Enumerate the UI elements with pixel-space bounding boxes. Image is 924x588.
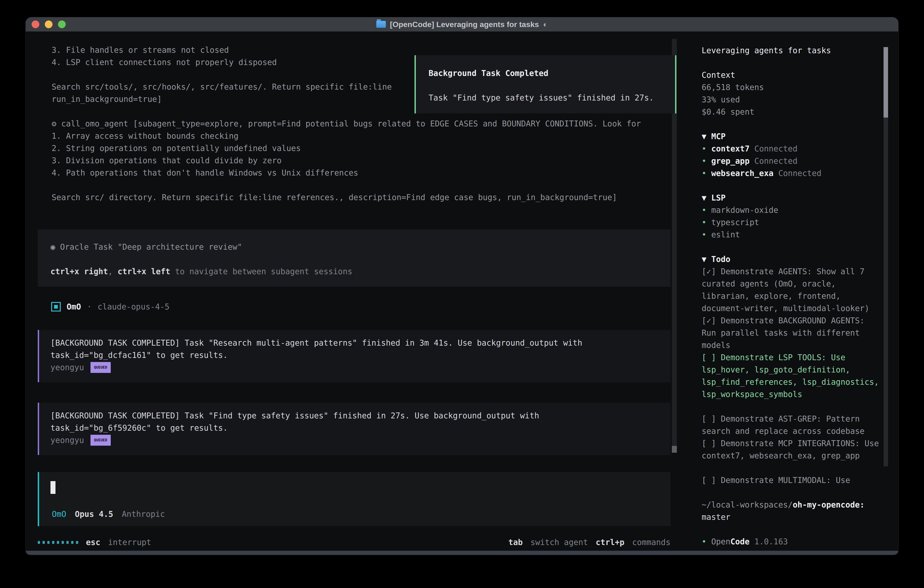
zoom-button[interactable] xyxy=(58,20,66,28)
task-message-line: [BACKGROUND TASK COMPLETED] Task "Resear… xyxy=(51,337,670,349)
task-message: [BACKGROUND TASK COMPLETED] Task "Find t… xyxy=(38,403,670,455)
window-bottom-edge xyxy=(26,551,898,555)
mcp-item-name: context7 xyxy=(711,144,750,153)
task-author: yeongyu xyxy=(51,361,84,373)
titlebar: [OpenCode] Leveraging agents for tasks ◐ xyxy=(26,17,898,31)
app-window: [OpenCode] Leveraging agents for tasks ◐… xyxy=(25,17,899,555)
mcp-item-status: Connected xyxy=(754,144,798,153)
gear-icon: ⚙ xyxy=(52,119,56,128)
todo-item: [✓] Demonstrate BACKGROUND AGENTS: Run p… xyxy=(702,314,882,351)
bullet-icon: • xyxy=(702,230,706,239)
lsp-item: • typescript xyxy=(702,216,882,228)
terminal-content: 3. File handles or streams not closed 4.… xyxy=(26,31,898,551)
agent-model: claude-opus-4-5 xyxy=(97,301,169,313)
tool-call-item: 3. Division operations that could divide… xyxy=(52,154,641,167)
lsp-item-name: markdown-oxide xyxy=(711,206,778,215)
oracle-task-title: ◉ Oracle Task "Deep architecture review" xyxy=(51,241,670,253)
agent-header: OmO · claude-opus-4-5 xyxy=(51,301,169,313)
context-heading: Context xyxy=(702,69,882,81)
close-button[interactable] xyxy=(31,20,40,28)
tool-call-line: ⚙ call_omo_agent [subagent_type=explore,… xyxy=(52,117,641,130)
ctrlp-key-hint: ctrl+p xyxy=(596,536,624,548)
status-badge: QUEUED xyxy=(91,362,111,373)
agent-name: OmO xyxy=(67,301,81,313)
mcp-item: • context7 Connected xyxy=(702,142,882,155)
task-message: [BACKGROUND TASK COMPLETED] Task "Resear… xyxy=(38,330,670,382)
todo-item: [ ] Demonstrate LSP TOOLS: Use lsp_hover… xyxy=(702,351,882,400)
context-spent: $0.46 spent xyxy=(702,106,882,118)
main-scrollbar-thumb[interactable] xyxy=(672,446,677,453)
tool-call-item: 2. String operations on potentially unde… xyxy=(52,142,641,154)
output-line: 3. File handles or streams not closed xyxy=(52,44,641,56)
sidebar-scrollbar-thumb[interactable] xyxy=(884,47,888,117)
context-tokens: 66,518 tokens xyxy=(702,81,882,93)
bullet-icon: • xyxy=(702,537,706,546)
input-provider-name: Anthropic xyxy=(122,508,165,520)
status-right: tab switch agent ctrl+p commands xyxy=(508,536,670,548)
lsp-item: • markdown-oxide xyxy=(702,204,882,216)
notification-title: Background Task Completed xyxy=(429,67,675,79)
mcp-item-name: websearch_exa xyxy=(711,169,774,178)
mcp-item: • websearch_exa Connected xyxy=(702,167,882,179)
sidebar: Leveraging agents for tasks Context 66,5… xyxy=(702,31,882,548)
tool-call-item: 1. Array access without bounds checking xyxy=(52,130,641,142)
tool-call-tail: Search src/ directory. Return specific f… xyxy=(52,191,641,203)
task-message-line: task_id="bg_dcfac161" to get results. xyxy=(51,349,670,361)
input-agent-name: OmO xyxy=(52,508,66,520)
bullet-icon: • xyxy=(702,157,706,165)
bullet-icon: • xyxy=(702,144,706,153)
mcp-item-status: Connected xyxy=(778,169,822,178)
lsp-item-name: eslint xyxy=(711,230,740,239)
workspace-branch: master xyxy=(702,511,882,523)
tool-call-text: call_omo_agent [subagent_type=explore, p… xyxy=(61,119,641,128)
session-title: Leveraging agents for tasks xyxy=(702,45,882,57)
status-left: esc interrupt xyxy=(38,536,151,548)
task-author: yeongyu xyxy=(51,434,84,446)
input-model-name: Opus 4.5 xyxy=(75,508,113,520)
sidebar-scrollbar[interactable] xyxy=(884,47,888,466)
workspace-path: ~/local-workspaces/oh-my-opencode: xyxy=(702,499,882,511)
esc-action-label: interrupt xyxy=(108,536,151,548)
ctrlp-action-label: commands xyxy=(632,536,670,548)
prompt-input[interactable]: OmO Opus 4.5 Anthropic xyxy=(38,472,670,526)
bullet-icon: • xyxy=(702,206,706,215)
mcp-section-heading: ▼ MCP xyxy=(702,130,882,142)
tool-call-item: 4. Path operations that don't handle Win… xyxy=(52,167,641,179)
mcp-item-name: grep_app xyxy=(711,157,750,165)
app-version: • OpenCode 1.0.163 xyxy=(702,535,882,548)
version-number: 1.0.163 xyxy=(754,537,788,546)
shortcut-key: ctrl+x left xyxy=(117,267,170,276)
tab-action-label: switch agent xyxy=(530,536,588,548)
half-circle-status-icon: ◐ xyxy=(543,17,548,31)
bullet-icon: • xyxy=(702,218,706,227)
lsp-item-name: typescript xyxy=(711,218,759,227)
lsp-item: • eslint xyxy=(702,228,882,241)
model-row: OmO Opus 4.5 Anthropic xyxy=(52,508,165,520)
todo-item: [ ] Demonstrate MCP INTEGRATIONS: Use co… xyxy=(702,437,882,462)
spinner-dots-icon xyxy=(38,541,78,544)
esc-key-hint: esc xyxy=(86,536,100,548)
shortcut-key: ctrl+x right xyxy=(51,267,108,276)
status-badge: QUEUED xyxy=(91,435,111,446)
record-icon: ◉ xyxy=(51,243,55,251)
todo-section-heading: ▼ Todo xyxy=(702,253,882,265)
task-meta-row: yeongyu QUEUED xyxy=(51,434,670,446)
mcp-item: • grep_app Connected xyxy=(702,155,882,167)
todo-item: [ ] Demonstrate AST-GREP: Pattern search… xyxy=(702,413,882,437)
todo-item: [ ] Demonstrate MULTIMODAL: Use xyxy=(702,474,882,486)
workspace-path-prefix: ~/local-workspaces/ xyxy=(702,500,793,509)
chevron-down-icon: ▼ xyxy=(702,255,706,264)
task-message-line: task_id="bg_6f59260c" to get results. xyxy=(51,422,670,434)
folder-icon xyxy=(376,21,386,28)
context-used: 33% used xyxy=(702,93,882,106)
tab-key-hint: tab xyxy=(508,536,523,548)
chevron-down-icon: ▼ xyxy=(702,193,706,202)
status-bar: esc interrupt tab switch agent ctrl+p co… xyxy=(38,536,670,548)
chevron-down-icon: ▼ xyxy=(702,132,706,141)
todo-item: [✓] Demonstrate AGENTS: Show all 7 curat… xyxy=(702,265,882,314)
traffic-lights xyxy=(31,17,66,31)
notification-body: Task "Find type safety issues" finished … xyxy=(429,92,675,104)
agent-icon xyxy=(51,302,61,312)
lsp-section-heading: ▼ LSP xyxy=(702,192,882,204)
minimize-button[interactable] xyxy=(45,20,53,28)
